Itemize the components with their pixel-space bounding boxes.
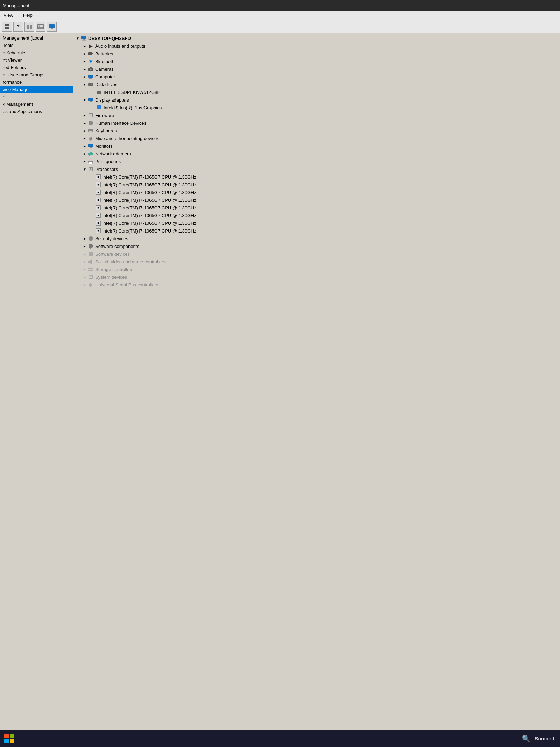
expand-system[interactable]: ► [82,274,88,280]
expand-software-components[interactable]: ► [82,243,88,249]
expand-security[interactable]: ► [82,236,88,241]
expand-storage[interactable]: ► [82,267,88,272]
taskbar-brand: Somon.tj [535,736,556,741]
expand-bluetooth[interactable]: ► [82,58,88,64]
sidebar-item-users-groups[interactable]: al Users and Groups [0,71,73,78]
software-devices-icon [88,251,94,257]
tree-item-firmware[interactable]: ► Firmware [74,111,560,119]
search-icon[interactable]: 🔍 [522,734,531,743]
tree-item-disk-drives[interactable]: ▼ Disk drives [74,81,560,88]
toolbar-btn-image[interactable] [36,22,46,32]
tree-item-cpu-5[interactable]: ■ Intel(R) Core(TM) i7-1065G7 CPU @ 1.30… [74,212,560,219]
disk-icon [88,81,94,88]
sidebar-item-device-manager[interactable]: vice Manager [0,86,73,93]
tree-item-cpu-7[interactable]: ■ Intel(R) Core(TM) i7-1065G7 CPU @ 1.30… [74,227,560,235]
expand-display[interactable]: ▼ [82,97,88,103]
expand-usb[interactable]: ► [82,282,88,288]
toolbar-btn-help[interactable]: ? [13,22,23,32]
tree-item-processors[interactable]: ▼ Processors [74,165,560,173]
svg-point-36 [90,123,91,124]
expand-disk[interactable]: ▼ [82,82,88,87]
expand-root[interactable]: ▼ [75,35,80,41]
tree-item-monitors[interactable]: ► Monitors [74,142,560,150]
sidebar-item-e[interactable]: e [0,93,73,101]
toolbar-btn-monitor[interactable] [47,22,57,32]
expand-hid[interactable]: ► [82,120,88,126]
expand-sound[interactable]: ► [82,259,88,264]
sidebar-item-nt-viewer[interactable]: nt Viewer [0,56,73,64]
windows-start-button[interactable] [4,734,14,743]
sidebar-item-disk-management[interactable]: k Management [0,101,73,108]
hid-label: Human Interface Devices [95,120,146,126]
tree-item-cameras[interactable]: ► Cameras [74,65,560,73]
tree-item-software-components[interactable]: ► Software components [74,242,560,250]
hid-icon [88,120,94,126]
tree-item-cpu-3[interactable]: ■ Intel(R) Core(TM) i7-1065G7 CPU @ 1.30… [74,196,560,204]
tree-item-system[interactable]: ► System devices [74,273,560,281]
tree-item-hid[interactable]: ► Human Interface Devices [74,119,560,127]
sidebar-item-formance[interactable]: formance [0,78,73,86]
toolbar-btn-db[interactable] [24,22,34,32]
cpu-2-label: Intel(R) Core(TM) i7-1065G7 CPU @ 1.30GH… [102,190,196,195]
svg-rect-33 [89,115,92,116]
svg-rect-41 [91,130,91,131]
tree-item-computer[interactable]: ► Computer [74,73,560,81]
sidebar-item-scheduler[interactable]: c Scheduler [0,49,73,56]
svg-rect-21 [90,78,92,78]
tree-item-audio[interactable]: ► ▶ Audio inputs and outputs [74,42,560,50]
expand-print[interactable]: ► [82,159,88,164]
sidebar-item-red-folders[interactable]: red Folders [0,64,73,71]
tree-item-cpu-4[interactable]: ■ Intel(R) Core(TM) i7-1065G7 CPU @ 1.30… [74,204,560,212]
tree-item-display-adapters[interactable]: ▼ Display adapters [74,96,560,104]
tree-item-usb[interactable]: ► Universal Serial Bus controllers [74,281,560,289]
expand-computer[interactable]: ► [82,74,88,79]
svg-rect-1 [7,24,9,26]
svg-rect-62 [88,268,93,269]
svg-rect-30 [98,109,100,109]
tree-item-iris-graphics[interactable]: Intel(R) Iris(R) Plus Graphics [74,104,560,111]
tree-item-bluetooth[interactable]: ► ✱ Bluetooth [74,57,560,65]
expand-firmware[interactable]: ► [82,112,88,118]
expand-monitors[interactable]: ► [82,143,88,149]
svg-rect-22 [89,78,92,79]
expand-processors[interactable]: ▼ [82,166,88,172]
tree-item-network[interactable]: ► Network adapters [74,150,560,158]
toolbar-btn-grid[interactable] [2,22,12,32]
tree-item-intel-ssd[interactable]: INTEL SSDPEKNW512G8H [74,88,560,96]
tree-item-software-devices[interactable]: ► Software devices [74,250,560,258]
tree-item-cpu-0[interactable]: ■ Intel(R) Core(TM) i7-1065G7 CPU @ 1.30… [74,173,560,181]
tree-root-computer[interactable]: ▼ DESKTOP-QFI2SFD [74,34,560,42]
tree-item-print[interactable]: ► Print queues [74,158,560,165]
tree-item-cpu-6[interactable]: ■ Intel(R) Core(TM) i7-1065G7 CPU @ 1.30… [74,219,560,227]
expand-cameras[interactable]: ► [82,66,88,72]
svg-rect-23 [88,83,93,86]
svg-rect-12 [83,39,85,40]
tree-item-batteries[interactable]: ► Batteries [74,50,560,57]
expand-mice[interactable]: ► [82,136,88,141]
menu-view[interactable]: View [1,12,15,19]
sound-icon [88,258,94,265]
tree-item-keyboards[interactable]: ► Keyboards [74,127,560,134]
tree-item-sound[interactable]: ► Sound, video and game controllers [74,258,560,265]
sidebar-item-services-apps[interactable]: es and Applications [0,108,73,115]
expand-network[interactable]: ► [82,151,88,157]
tree-item-mice[interactable]: ► Mice and other pointing devices [74,134,560,142]
sidebar-item-management-local[interactable]: Management (Local [0,34,73,42]
expand-batteries[interactable]: ► [82,51,88,56]
sidebar: Management (Local Tools c Scheduler nt V… [0,33,74,722]
monitors-label: Monitors [95,144,113,149]
display-adapters-label: Display adapters [95,97,129,103]
tree-item-cpu-2[interactable]: ■ Intel(R) Core(TM) i7-1065G7 CPU @ 1.30… [74,188,560,196]
processors-label: Processors [95,167,118,172]
svg-rect-34 [89,116,92,117]
expand-software-devices[interactable]: ► [82,251,88,257]
cpu-icon-4: ■ [96,205,101,210]
expand-keyboards[interactable]: ► [82,128,88,133]
tree-item-cpu-1[interactable]: ■ Intel(R) Core(TM) i7-1065G7 CPU @ 1.30… [74,181,560,188]
tree-item-security[interactable]: ► Security devices [74,235,560,242]
menu-help[interactable]: Help [21,12,35,19]
tree-item-storage[interactable]: ► Storage controllers [74,265,560,273]
sidebar-item-tools[interactable]: Tools [0,42,73,49]
expand-audio[interactable]: ► [82,43,88,49]
svg-rect-56 [89,162,92,164]
